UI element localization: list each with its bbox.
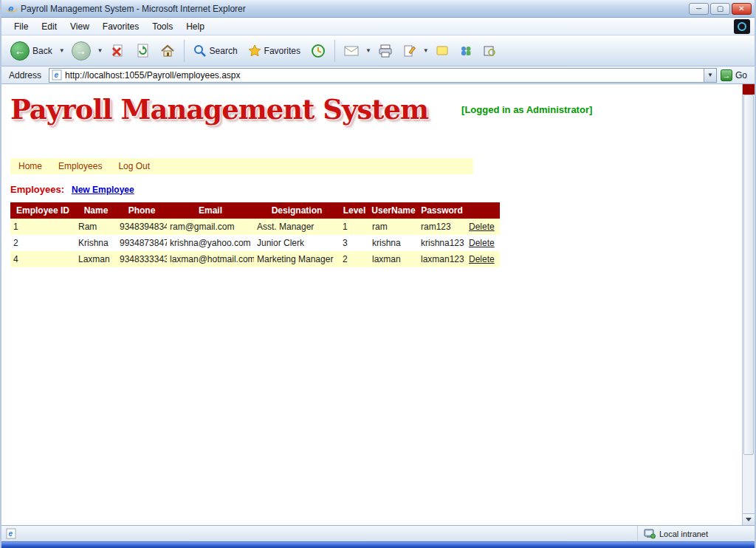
cell-phone: 9348394834 xyxy=(117,219,167,235)
favorites-button[interactable]: Favorites xyxy=(244,41,305,61)
page-content: Payroll Management System [Logged in as … xyxy=(1,84,755,525)
menu-favorites[interactable]: Favorites xyxy=(96,19,145,34)
minimize-button[interactable]: ─ xyxy=(689,3,709,15)
back-dropdown-chevron-icon[interactable]: ▼ xyxy=(58,46,66,55)
history-icon xyxy=(311,44,326,58)
back-icon: ← xyxy=(10,41,30,61)
delete-link[interactable]: Delete xyxy=(469,254,495,264)
window-title: Payroll Management System - Microsoft In… xyxy=(21,4,689,14)
research-button[interactable] xyxy=(478,41,501,61)
research-icon xyxy=(483,44,496,58)
forward-dropdown-chevron-icon[interactable]: ▼ xyxy=(97,46,104,55)
header-employee-id: Employee ID xyxy=(10,202,75,219)
menu-edit[interactable]: Edit xyxy=(35,19,63,34)
section-label: Employees: xyxy=(10,184,64,195)
home-button[interactable] xyxy=(156,41,179,61)
print-button[interactable] xyxy=(374,41,397,61)
menu-help[interactable]: Help xyxy=(179,19,211,34)
go-button[interactable]: → Go xyxy=(717,68,753,83)
back-label: Back xyxy=(32,46,52,56)
new-employee-link[interactable]: New Employee xyxy=(72,185,134,195)
toolbar-separator xyxy=(334,40,335,62)
cell-name: Ram xyxy=(75,219,117,235)
back-button[interactable]: ← Back xyxy=(6,38,57,64)
address-dropdown-button[interactable]: ▼ xyxy=(704,69,716,82)
go-icon: → xyxy=(721,69,732,81)
delete-link[interactable]: Delete xyxy=(469,222,495,232)
cell-designation: Asst. Manager xyxy=(254,219,340,235)
search-button[interactable]: Search xyxy=(189,41,242,61)
cell-username: krishna xyxy=(369,235,418,251)
scroll-down-button[interactable] xyxy=(743,513,755,525)
cell-employee-id: 4 xyxy=(10,251,75,267)
mail-dropdown-chevron-icon[interactable]: ▼ xyxy=(365,46,372,55)
favorites-label: Favorites xyxy=(264,46,300,56)
cell-designation: Marketing Manager xyxy=(254,251,340,267)
local-intranet-icon xyxy=(644,529,656,539)
login-status: [Logged in as Administrator] xyxy=(461,104,592,115)
search-icon xyxy=(193,44,207,58)
table-row: 1 Ram 9348394834 ram@gmail.com Asst. Man… xyxy=(10,219,500,235)
search-label: Search xyxy=(210,46,238,56)
cell-username: laxman xyxy=(369,251,418,267)
header-email: Email xyxy=(167,202,254,219)
section-row: Employees: New Employee xyxy=(10,184,742,195)
vertical-scrollbar[interactable] xyxy=(742,84,755,525)
menu-view[interactable]: View xyxy=(63,19,96,34)
ie-logo-icon: e xyxy=(6,3,18,15)
forward-icon: → xyxy=(72,41,91,61)
edit-button[interactable] xyxy=(399,41,421,61)
site-nav: Home Employees Log Out xyxy=(10,158,473,174)
favorites-icon xyxy=(248,44,261,58)
menu-bar: File Edit View Favorites Tools Help xyxy=(1,18,755,35)
maximize-button[interactable]: ▢ xyxy=(710,3,730,15)
cell-name: Krishna xyxy=(75,235,117,251)
edit-icon xyxy=(403,44,416,58)
refresh-icon xyxy=(135,44,150,58)
forward-button[interactable]: → xyxy=(67,38,95,64)
toolbar-separator xyxy=(184,40,185,62)
address-label: Address xyxy=(6,69,44,82)
mail-button[interactable] xyxy=(340,42,363,60)
discuss-button[interactable] xyxy=(431,41,453,61)
edit-dropdown-chevron-icon[interactable]: ▼ xyxy=(422,46,430,55)
close-button[interactable]: ✕ xyxy=(732,3,752,15)
menu-file[interactable]: File xyxy=(7,19,35,34)
header-phone: Phone xyxy=(117,202,167,219)
cell-phone: 9934873847 xyxy=(117,235,167,251)
browser-window: e Payroll Management System - Microsoft … xyxy=(0,0,756,548)
history-button[interactable] xyxy=(306,41,330,61)
address-input[interactable]: e http://localhost:1055/Payroll/employee… xyxy=(49,68,717,83)
header-username: UserName xyxy=(369,202,418,219)
scrollbar-thumb[interactable] xyxy=(743,95,754,455)
cell-level: 3 xyxy=(340,235,369,251)
nav-item-employees[interactable]: Employees xyxy=(50,161,110,171)
url-text: http://localhost:1055/Payroll/employees.… xyxy=(65,70,704,81)
print-icon xyxy=(378,44,393,58)
refresh-button[interactable] xyxy=(131,41,154,61)
menu-tools[interactable]: Tools xyxy=(145,19,179,34)
cell-name: Laxman xyxy=(75,251,117,267)
discuss-icon xyxy=(436,44,449,58)
scroll-down-icon xyxy=(746,518,752,521)
nav-item-home[interactable]: Home xyxy=(10,161,50,171)
go-label: Go xyxy=(735,70,747,81)
stop-button[interactable] xyxy=(106,41,129,61)
svg-text:e: e xyxy=(55,71,59,79)
cell-email: krishna@yahoo.com xyxy=(167,235,254,251)
messenger-button[interactable] xyxy=(455,41,477,61)
standard-toolbar: ← Back ▼ → ▼ xyxy=(1,35,755,66)
window-controls: ─ ▢ ✕ xyxy=(689,3,752,15)
cell-password: laxman123 xyxy=(418,251,466,267)
nav-item-logout[interactable]: Log Out xyxy=(110,161,158,171)
cell-level: 2 xyxy=(340,251,369,267)
scrollbar-track[interactable] xyxy=(743,95,755,513)
cell-password: ram123 xyxy=(418,219,466,235)
cell-phone: 9348333343 xyxy=(117,251,167,267)
security-zone-label: Local intranet xyxy=(659,530,708,538)
messenger-icon xyxy=(459,44,472,58)
cell-employee-id: 1 xyxy=(10,219,75,235)
delete-link[interactable]: Delete xyxy=(469,238,495,248)
svg-text:e: e xyxy=(8,3,13,14)
heading-row: Payroll Management System [Logged in as … xyxy=(10,93,742,126)
